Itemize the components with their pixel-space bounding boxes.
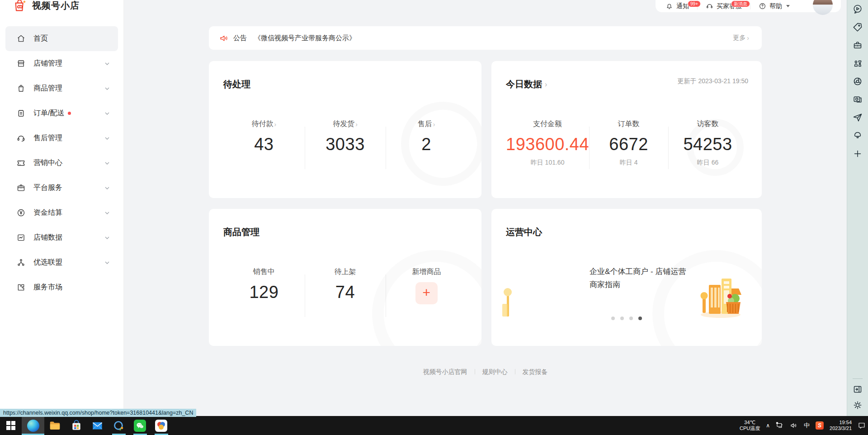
stat-add-product: 新增商品 + (386, 267, 467, 304)
taskbar-apps (0, 416, 172, 435)
carousel-slide-link[interactable]: 企业&个体工商户 - 店铺运营 商家指南 (590, 265, 686, 291)
tag-icon[interactable] (852, 22, 863, 33)
app-title: 视频号小店 (32, 0, 80, 12)
main-area: 通知 99+ 买家客服 新消息 帮助 公告 《微信视频号产业带服务商公示》 更多… (124, 0, 847, 416)
sidebar-item-service-market[interactable]: 服务市场 (5, 275, 118, 300)
network-icon[interactable] (776, 421, 784, 430)
footer-link-rules-center[interactable]: 规则中心 (482, 368, 508, 375)
stat-aftersale[interactable]: 售后› 2 (386, 119, 467, 154)
today-stats: 支付金额 193600.44 昨日 101.60 订单数 6672 昨日 4 访… (506, 119, 747, 167)
bell-tree-icon[interactable] (852, 130, 863, 141)
stat-awaiting-payment[interactable]: 待付款› 43 (223, 119, 305, 154)
taskbar: 34℃ CPU温度 ∧ 中 S 19:54 2023/3/21 (0, 416, 868, 435)
ime-indicator[interactable]: 中 (804, 421, 810, 430)
chat-bubble-icon[interactable] (852, 4, 863, 14)
plus-icon[interactable] (852, 148, 863, 159)
clock-time: 19:54 (830, 420, 852, 426)
title-label: 今日数据 (506, 78, 542, 90)
stat-order-count[interactable]: 订单数 6672 昨日 4 (589, 119, 668, 167)
sidebar-item-marketing[interactable]: 营销中心 (5, 151, 118, 175)
sidebar-item-aftersale[interactable]: 售后管理 (5, 126, 118, 151)
sidebar-item-shop-data[interactable]: 店铺数据 (5, 225, 118, 250)
operations-card: 运营中心 企业&个体工商户 - 店铺运营 商家指南 (491, 209, 762, 346)
folder-icon (49, 420, 61, 432)
sogou-icon[interactable]: S (816, 421, 824, 430)
stat-on-sale[interactable]: 销售中 129 (223, 267, 305, 304)
products-card-title: 商品管理 (223, 226, 467, 238)
sidebar-item-platform-services[interactable]: 平台服务 (5, 175, 118, 200)
share-icon (16, 258, 26, 267)
stat-label: 新增商品 (412, 267, 441, 277)
sidebar-item-orders-delivery[interactable]: 订单/配送 (5, 101, 118, 126)
paper-plane-icon[interactable] (852, 112, 863, 123)
announcement-more-button[interactable]: 更多 › (733, 34, 749, 42)
taskbar-wechat-button[interactable] (129, 416, 151, 435)
swirl-icon[interactable] (852, 76, 863, 87)
camera-icon[interactable] (852, 94, 863, 105)
clock-widget[interactable]: 19:54 2023/3/21 (830, 420, 852, 431)
chevron-down-icon (104, 185, 110, 191)
more-label: 更多 (733, 34, 745, 42)
sidebar-item-goods-management[interactable]: 商品管理 (5, 76, 118, 101)
taskbar-tencent-app-button[interactable] (151, 416, 172, 435)
footer-link-official-site[interactable]: 视频号小店官网 (423, 368, 467, 375)
taskbar-qq-button[interactable] (108, 416, 129, 435)
chevron-down-icon (104, 260, 110, 265)
app-logo[interactable]: 视频号小店 (13, 0, 80, 13)
taskbar-store-button[interactable] (66, 416, 87, 435)
cpu-temp-widget[interactable]: 34℃ CPU温度 (740, 420, 760, 431)
chevron-down-icon (104, 61, 110, 66)
pending-card-title: 待处理 (223, 78, 467, 90)
collapse-panel-icon[interactable] (852, 384, 863, 395)
sidebar-item-shop-management[interactable]: 店铺管理 (5, 51, 118, 76)
taskbar-mail-button[interactable] (87, 416, 108, 435)
chevron-down-icon (104, 235, 110, 241)
gear-icon[interactable] (852, 400, 863, 411)
announcement-link[interactable]: 《微信视频号产业带服务商公示》 (254, 34, 356, 43)
chevron-right-icon: › (433, 121, 435, 128)
stat-to-be-listed[interactable]: 待上架 74 (305, 267, 386, 304)
products-card: 商品管理 销售中 129 待上架 74 新增商品 + (209, 209, 481, 346)
add-product-button[interactable]: + (415, 282, 438, 304)
sidebar-item-funds[interactable]: 资金结算 (5, 200, 118, 225)
carousel-prev-slide-art (502, 286, 512, 319)
avatar[interactable] (813, 0, 833, 15)
taskbar-edge-button[interactable] (22, 416, 44, 435)
carousel-dot-3[interactable] (629, 317, 633, 320)
products-stats: 销售中 129 待上架 74 新增商品 + (223, 267, 467, 304)
sidebar-item-label: 服务市场 (33, 283, 62, 292)
toolbox-icon[interactable] (852, 40, 863, 51)
notifications-button[interactable]: 通知 99+ (665, 2, 689, 10)
carousel-dot-1[interactable] (611, 317, 615, 320)
sidebar-item-label: 首页 (33, 34, 48, 43)
carousel-dot-2[interactable] (620, 317, 624, 320)
sidebar-item-label: 售后管理 (33, 133, 62, 143)
chevron-right-icon: › (274, 121, 277, 128)
chevron-right-icon: › (355, 121, 358, 128)
stat-label: 订单数 (618, 119, 640, 129)
help-button[interactable]: 帮助 (759, 2, 790, 10)
sidebar-item-home[interactable]: 首页 (5, 26, 118, 51)
caret-down-icon (786, 5, 790, 7)
carousel-dot-4-active[interactable] (638, 317, 642, 320)
chevron-down-icon (104, 86, 110, 91)
stat-label: 待付款 (252, 119, 274, 129)
footer-link-shipping-report[interactable]: 发货报备 (523, 368, 548, 375)
stat-awaiting-shipment[interactable]: 待发货› 3033 (305, 119, 386, 154)
updated-timestamp: 更新于 2023-03-21 19:50 (678, 77, 748, 85)
notifications-label: 通知 (676, 2, 689, 10)
volume-icon[interactable] (790, 421, 798, 430)
sidebar-item-alliance[interactable]: 优选联盟 (5, 250, 118, 275)
stat-visitor-count[interactable]: 访客数 54253 昨日 66 (668, 119, 747, 167)
buyer-service-button[interactable]: 买家客服 新消息 (706, 2, 742, 10)
chevron-down-icon (104, 161, 110, 166)
divider (475, 369, 475, 374)
action-center-icon[interactable] (858, 421, 866, 430)
start-button[interactable] (0, 416, 22, 435)
taskbar-file-explorer-button[interactable] (44, 416, 66, 435)
shop-icon (16, 59, 26, 68)
tray-expand-icon[interactable]: ∧ (766, 422, 770, 429)
briefcase-icon (16, 183, 26, 193)
stat-payment-amount[interactable]: 支付金额 193600.44 昨日 101.60 (506, 119, 589, 167)
chess-icon[interactable] (852, 58, 863, 69)
